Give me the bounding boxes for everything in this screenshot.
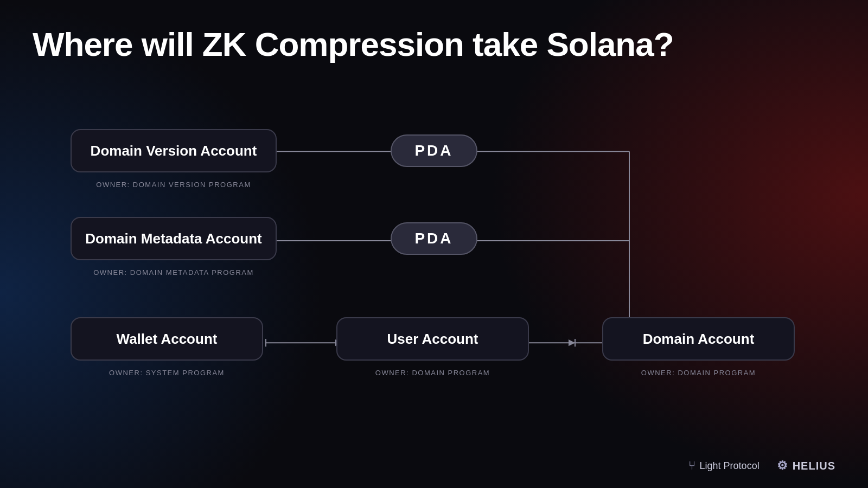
domain-version-owner: OWNER: DOMAIN VERSION PROGRAM xyxy=(96,181,251,189)
pda-box-1: PDA xyxy=(391,134,477,167)
wallet-account-box: Wallet Account OWNER: SYSTEM PROGRAM xyxy=(71,317,263,361)
domain-metadata-account-box: Domain Metadata Account OWNER: DOMAIN ME… xyxy=(71,217,277,260)
domain-metadata-owner: OWNER: DOMAIN METADATA PROGRAM xyxy=(93,268,254,277)
light-protocol-logo: ⑂ Light Protocol xyxy=(688,459,760,473)
pda2-label: PDA xyxy=(414,230,453,247)
domain-version-label: Domain Version Account xyxy=(91,143,257,159)
pda1-label: PDA xyxy=(414,142,453,159)
logos-container: ⑂ Light Protocol ⚙ HELIUS xyxy=(688,459,835,473)
user-owner: OWNER: DOMAIN PROGRAM xyxy=(375,369,490,377)
user-label: User Account xyxy=(387,331,478,348)
domain-version-account-box: Domain Version Account OWNER: DOMAIN VER… xyxy=(71,129,277,172)
helius-label: HELIUS xyxy=(793,460,835,472)
domain-label: Domain Account xyxy=(643,331,755,348)
user-account-box: User Account OWNER: DOMAIN PROGRAM xyxy=(336,317,529,361)
domain-account-box: Domain Account OWNER: DOMAIN PROGRAM xyxy=(602,317,795,361)
light-protocol-label: Light Protocol xyxy=(700,460,760,472)
svg-marker-13 xyxy=(569,339,575,346)
wallet-owner: OWNER: SYSTEM PROGRAM xyxy=(109,369,225,377)
domain-metadata-label: Domain Metadata Account xyxy=(85,230,262,247)
diagram: Domain Version Account OWNER: DOMAIN VER… xyxy=(33,114,835,434)
helius-icon: ⚙ xyxy=(777,459,788,473)
helius-logo: ⚙ HELIUS xyxy=(777,459,835,473)
domain-owner: OWNER: DOMAIN PROGRAM xyxy=(641,369,756,377)
wallet-label: Wallet Account xyxy=(117,331,218,348)
pda-box-2: PDA xyxy=(391,222,477,255)
light-protocol-icon: ⑂ xyxy=(688,459,695,473)
page-title: Where will ZK Compression take Solana? xyxy=(33,26,674,63)
page-container: Where will ZK Compression take Solana? xyxy=(0,0,868,488)
